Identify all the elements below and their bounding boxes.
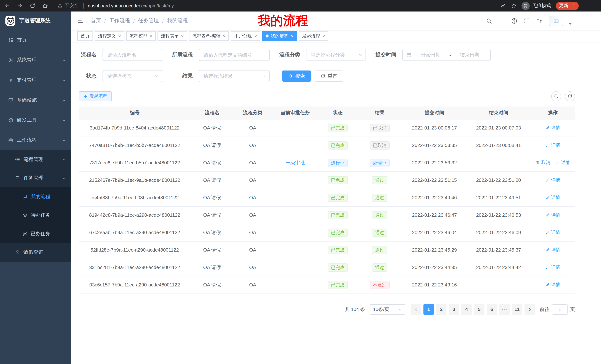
sidebar-item-我的流程[interactable]: 我的流程: [0, 187, 71, 206]
detail-link[interactable]: 详情: [546, 194, 560, 201]
tab-首页[interactable]: 首页: [77, 31, 93, 41]
back-icon[interactable]: [4, 3, 10, 9]
cell-result: 已取消: [357, 136, 402, 154]
home-icon[interactable]: [42, 3, 48, 9]
detail-link[interactable]: 详情: [546, 264, 560, 270]
reset-button[interactable]: 重置: [315, 70, 343, 82]
create-process-button[interactable]: 发起流程: [79, 91, 112, 101]
breadcrumb-item[interactable]: 工作流程: [109, 18, 130, 24]
column-header-流程分类: 流程分类: [233, 106, 272, 119]
detail-link[interactable]: 详情: [546, 125, 560, 131]
close-icon[interactable]: ×: [150, 34, 152, 38]
sidebar-item-支付管理[interactable]: ¥支付管理: [0, 70, 71, 90]
sidebar-item-待办任务[interactable]: 待办任务: [0, 206, 71, 224]
help-icon[interactable]: [511, 18, 517, 24]
tab-流程定义[interactable]: 流程定义×: [95, 31, 124, 41]
sidebar-item-label: 待办任务: [31, 212, 50, 219]
jump-page-input[interactable]: [552, 304, 568, 315]
hamburger-icon[interactable]: [77, 18, 84, 24]
page-size-select[interactable]: 10条/页: [370, 304, 405, 315]
status-select[interactable]: 请选择状态: [102, 70, 162, 82]
cell-category: OA: [233, 154, 272, 172]
breadcrumb-item[interactable]: 任务管理: [138, 18, 159, 24]
sidebar-item-首页[interactable]: 首页: [0, 30, 71, 50]
password-key-icon[interactable]: [501, 3, 506, 9]
close-icon[interactable]: ×: [322, 34, 325, 38]
menu-dots-icon[interactable]: [571, 3, 575, 8]
bookmark-star-icon[interactable]: [511, 3, 517, 9]
logo[interactable]: 芋道管理系统: [0, 11, 71, 30]
github-icon[interactable]: [499, 18, 505, 24]
search-button[interactable]: 搜索: [282, 70, 311, 82]
toggle-search-button[interactable]: [551, 91, 561, 101]
fullscreen-icon[interactable]: [524, 18, 530, 24]
cell-id: 7317cec6-7b9b-11ec-b5b7-acde48001122: [79, 154, 190, 172]
avatar[interactable]: [549, 16, 563, 26]
column-header-操作: 操作: [531, 106, 575, 119]
sidebar-item-请假查询[interactable]: 请假查询: [0, 243, 71, 262]
caret-down-icon[interactable]: [567, 20, 573, 27]
search-icon[interactable]: [486, 18, 492, 24]
submit-time-range[interactable]: 开始日期 - 结束日期: [402, 49, 491, 61]
page-button-3[interactable]: 3: [449, 304, 459, 315]
address-bar[interactable]: 不安全 dashboard.yudao.iocoder.cn/bpm/task/…: [58, 3, 501, 9]
category-select[interactable]: 请选择流程分类: [306, 49, 366, 61]
sidebar-item-任务管理[interactable]: 任务管理: [0, 169, 71, 187]
cancel-link[interactable]: 取消: [536, 160, 550, 166]
reload-icon[interactable]: [30, 3, 35, 9]
close-icon[interactable]: ×: [254, 34, 257, 38]
detail-link[interactable]: 详情: [555, 160, 570, 166]
forward-icon[interactable]: [17, 3, 23, 9]
tab-用户分组[interactable]: 用户分组×: [231, 31, 260, 41]
page-button-1[interactable]: 1: [423, 304, 434, 315]
cell-actions: 详情: [531, 172, 575, 189]
cell-end-time: 2022-01-22 23:49:51: [467, 189, 531, 206]
result-badge: 通过: [372, 263, 387, 271]
sidebar-item-流程管理[interactable]: 流程管理: [0, 150, 71, 169]
sidebar-item-已办任务[interactable]: 已办任务: [0, 224, 71, 243]
cell-actions: 详情: [531, 206, 575, 224]
sidebar-item-系统管理[interactable]: 系统管理: [0, 50, 71, 70]
cell-submit-time: 2022-01-22 23:44:35: [402, 259, 466, 276]
page-button-4[interactable]: 4: [461, 304, 472, 315]
sidebar-item-工作流程[interactable]: 工作流程: [0, 130, 71, 150]
sidebar-item-基础设施[interactable]: 基础设施: [0, 90, 71, 110]
close-icon[interactable]: ×: [118, 34, 121, 38]
tab-发起流程[interactable]: 发起流程×: [299, 31, 328, 41]
refresh-table-button[interactable]: [565, 91, 575, 101]
tab-流程模型[interactable]: 流程模型×: [126, 31, 156, 41]
cell-result: 通过: [357, 189, 402, 206]
tab-我的流程[interactable]: 我的流程×: [262, 31, 297, 41]
next-page-button[interactable]: [524, 304, 535, 315]
detail-link[interactable]: 详情: [546, 247, 560, 253]
page-button-2[interactable]: 2: [436, 304, 446, 315]
result-select[interactable]: 请选择流结果: [199, 70, 270, 82]
process-def-input[interactable]: [199, 49, 270, 61]
process-name-input[interactable]: [102, 49, 162, 61]
page-button-11[interactable]: 11: [512, 304, 522, 315]
page-button-6[interactable]: 6: [487, 304, 497, 315]
tab-流程表单[interactable]: 流程表单×: [158, 31, 187, 41]
search-icon: [288, 74, 293, 78]
detail-link[interactable]: 详情: [546, 212, 560, 218]
task-link[interactable]: 一级审批: [285, 160, 305, 165]
prev-page-button[interactable]: [411, 304, 421, 315]
detail-link[interactable]: 详情: [546, 229, 560, 236]
close-icon[interactable]: ×: [223, 34, 226, 38]
close-icon[interactable]: ×: [291, 34, 294, 38]
tab-流程表单-编辑[interactable]: 流程表单-编辑×: [189, 31, 229, 41]
cell-actions: 详情: [531, 224, 575, 241]
close-icon[interactable]: ×: [181, 34, 184, 38]
detail-link[interactable]: 详情: [546, 282, 560, 288]
cell-result: 不通过: [357, 276, 402, 294]
breadcrumb-item[interactable]: 首页: [91, 18, 101, 24]
sidebar-item-研发工具[interactable]: 研发工具: [0, 110, 71, 130]
detail-link[interactable]: 详情: [546, 142, 560, 148]
page-ellipsis[interactable]: ···: [499, 304, 510, 315]
detail-link[interactable]: 详情: [546, 177, 560, 183]
font-size-icon[interactable]: TT: [536, 18, 543, 24]
start-date-placeholder[interactable]: 开始日期: [414, 52, 448, 58]
end-date-placeholder[interactable]: 结束日期: [452, 52, 487, 58]
update-button[interactable]: 更新: [556, 2, 579, 10]
page-button-5[interactable]: 5: [474, 304, 484, 315]
